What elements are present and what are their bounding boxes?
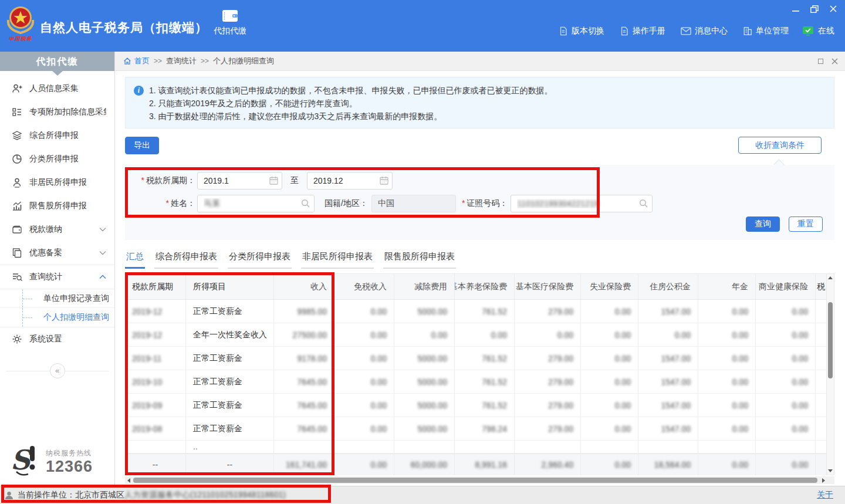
sidebar-item-classified-income[interactable]: 分类所得申报 (0, 147, 114, 171)
cell-period: 2019-08 (125, 417, 186, 440)
sidebar-collapse-button[interactable]: « (50, 363, 65, 378)
period-to-field (307, 172, 393, 190)
menu-version-switch[interactable]: 版本切换 (559, 26, 604, 36)
menu-message-center[interactable]: 消息中心 (681, 26, 728, 36)
horizontal-scrollbar[interactable] (125, 476, 834, 484)
cell-amount (515, 441, 581, 453)
withholding-tab[interactable]: 代扣代缴 (204, 8, 256, 36)
tab-summary[interactable]: 汇总 (125, 251, 145, 269)
cell-amount: 0.00 (581, 323, 638, 346)
triangle-up-icon (828, 276, 833, 279)
table-row[interactable]: 2019-10正常工资薪金7645.000.005000.00761.52279… (125, 370, 826, 394)
table-row[interactable]: 2019-09正常工资薪金7645.000.005000.00761.52279… (125, 394, 826, 417)
column-header: 商业健康保险 (756, 274, 816, 299)
scroll-up-arrow[interactable] (827, 274, 834, 282)
app-title: 自然人电子税务局（扣缴端） (40, 19, 208, 36)
menu-manual[interactable]: 操作手册 (620, 26, 665, 36)
notice-line: 3. 由于数据处理的滞后性，建议您在申报成功3天之后再来查询最新的申报数据。 (149, 110, 826, 123)
person-add-icon (12, 83, 22, 94)
cell-period: 2019-12 (125, 323, 186, 346)
sidebar-item-nonresident-income[interactable]: 非居民所得申报 (0, 171, 114, 194)
results-table: 税款所属期所得项目收入免税收入减除费用基本养老保险费基本医疗保险费失业保险费住房… (125, 273, 826, 475)
cell-clipped (816, 394, 826, 417)
sidebar-subitem-personal-withholding-query[interactable]: 个人扣缴明细查询 (0, 308, 114, 327)
cell-amount: 161,741.00 (274, 454, 334, 475)
cell-amount (274, 441, 334, 453)
table-row[interactable]: 2019-11正常工资薪金9178.000.005000.00761.52279… (125, 347, 826, 370)
table-row[interactable]: 2019-08正常工资薪金7645.000.005000.00798.24279… (125, 417, 826, 441)
header-menu: 版本切换 操作手册 消息中心 (559, 26, 789, 36)
sidebar-subitem-unit-declaration-query[interactable]: 单位申报记录查询 (0, 289, 114, 308)
content-panel: 首页 >> 查询统计 >> 个人扣缴明细查询 i 1. 该查询统计表仅能查询已申… (115, 52, 845, 486)
table-row-partial[interactable]: .. (125, 441, 826, 454)
search-icon[interactable] (639, 199, 648, 208)
minimize-button[interactable] (791, 4, 800, 13)
sidebar-item-restricted-shares[interactable]: 限售股所得申报 (0, 194, 114, 218)
search-icon[interactable] (301, 199, 310, 208)
sidebar-item-query-statistics[interactable]: 查询统计 (0, 265, 114, 289)
user-icon (5, 491, 13, 500)
id-number-input[interactable] (511, 195, 653, 212)
result-tabs: 汇总 综合所得申报表 分类所得申报表 非居民所得申报表 限售股所得申报表 (125, 250, 834, 269)
cell-amount: 9985.00 (274, 300, 334, 323)
cell-amount: 0.00 (698, 417, 756, 440)
chevron-up-icon (99, 275, 106, 279)
vertical-scroll-thumb[interactable] (828, 302, 833, 378)
table-summary-row[interactable]: ----161,741.000.0060,000.008,991.162,960… (125, 454, 826, 475)
cell-amount: 7645.00 (274, 370, 334, 393)
tab-nonresident-return[interactable]: 非居民所得申报表 (301, 251, 374, 269)
column-header: 税 (816, 274, 826, 299)
breadcrumb-home[interactable]: 首页 (123, 56, 150, 66)
sidebar-item-system-settings[interactable]: 系统设置 (0, 327, 114, 351)
sidebar-item-preferential-filing[interactable]: 优惠备案 (0, 241, 114, 265)
filter-actions: 查询 重置 (746, 217, 823, 232)
sidebar-item-special-deduction[interactable]: 专项附加扣除信息采集 (0, 100, 114, 124)
cell-clipped (816, 323, 826, 346)
search-list-icon (12, 272, 22, 282)
vertical-scrollbar[interactable] (826, 273, 834, 475)
cell-amount: 761.52 (455, 370, 515, 393)
sidebar-item-comprehensive-income[interactable]: 综合所得申报 (0, 124, 114, 147)
sidebar-item-personnel-info[interactable]: 人员信息采集 (0, 77, 114, 100)
breadcrumb-home-label: 首页 (134, 56, 150, 66)
collapse-query-button[interactable]: 收折查询条件 (738, 137, 822, 154)
scroll-down-arrow[interactable] (827, 467, 834, 475)
name-input[interactable] (197, 195, 315, 212)
cell-amount: 7645.00 (274, 417, 334, 440)
table-row[interactable]: 2019-12全年一次性奖金收入27500.000.000.000.000.00… (125, 323, 826, 347)
export-button[interactable]: 导出 (125, 137, 159, 154)
scroll-right-arrow[interactable] (820, 476, 827, 484)
horizontal-scroll-thumb[interactable] (133, 478, 817, 483)
restore-button[interactable] (810, 4, 819, 13)
breadcrumb-level1[interactable]: 查询统计 (166, 56, 197, 66)
column-header: 年金 (698, 274, 756, 299)
cell-amount: 0.00 (581, 394, 638, 417)
scroll-left-arrow[interactable] (125, 476, 133, 484)
calendar-icon[interactable] (380, 176, 388, 185)
about-link[interactable]: 关于 (817, 490, 833, 500)
sidebar-item-tax-payment[interactable]: 税款缴纳 (0, 218, 114, 241)
panel-close-button[interactable] (832, 58, 838, 65)
cell-amount: 279.00 (515, 370, 581, 393)
cell-amount (334, 441, 394, 453)
table-row[interactable]: 2019-12正常工资薪金9985.000.005000.00761.52279… (125, 300, 826, 323)
calendar-icon[interactable] (269, 176, 278, 185)
cell-income-item: 正常工资薪金 (186, 347, 274, 370)
hotline-label: 纳税服务热线 (46, 448, 93, 458)
cell-clipped (816, 441, 826, 453)
panel-maximize-button[interactable] (818, 59, 823, 64)
panel-controls (818, 52, 838, 71)
tab-comprehensive-return[interactable]: 综合所得申报表 (154, 251, 218, 269)
cell-amount: 761.52 (455, 394, 515, 417)
cell-period: -- (125, 454, 186, 475)
close-icon (830, 5, 837, 12)
close-button[interactable] (829, 4, 838, 13)
online-status[interactable]: 在线 (802, 26, 834, 36)
query-button[interactable]: 查询 (746, 217, 780, 232)
menu-unit-management[interactable]: 单位管理 (743, 26, 789, 36)
column-header: 失业保险费 (581, 274, 638, 299)
tab-restricted-shares-return[interactable]: 限售股所得申报表 (383, 251, 456, 269)
tab-classified-return[interactable]: 分类所得申报表 (228, 251, 292, 269)
cell-amount: 1547.00 (638, 417, 698, 440)
reset-button[interactable]: 重置 (789, 217, 823, 232)
